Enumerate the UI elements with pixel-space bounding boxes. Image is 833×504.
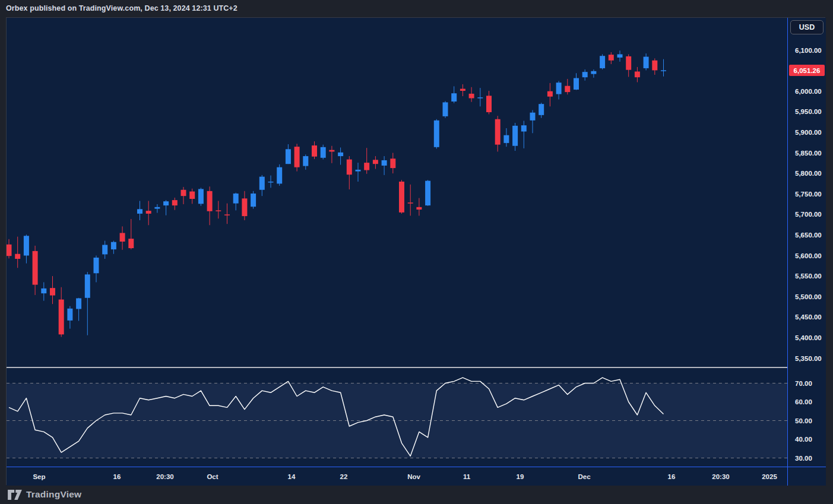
time-axis-label: 20:30 xyxy=(712,473,729,480)
candle-nov-12 xyxy=(469,87,474,102)
rsi-axis-label: 40.00 xyxy=(795,436,812,443)
candle-nov-4 xyxy=(416,198,422,216)
candle-sep-18 xyxy=(128,219,134,249)
candle-sep-9 xyxy=(67,306,72,329)
candle-sep-13 xyxy=(102,241,107,259)
candle-sep-27 xyxy=(189,189,195,204)
price-axis-label: 5,550.00 xyxy=(795,272,822,280)
current-price-badge: 6,051.26 xyxy=(789,65,825,76)
candle-oct-22 xyxy=(338,148,343,165)
candle-oct-24 xyxy=(356,163,361,182)
candle-dec-13 xyxy=(661,59,666,77)
time-axis-label: 19 xyxy=(517,473,524,480)
price-axis-label: 5,950.00 xyxy=(795,108,822,115)
price-axis[interactable]: USD 6,051.26 6,100.006,000.005,950.005,9… xyxy=(788,18,826,467)
candle-sep-16 xyxy=(111,241,116,254)
candle-sep-12 xyxy=(94,256,99,283)
candle-oct-8 xyxy=(251,191,256,209)
candle-oct-30 xyxy=(390,153,395,174)
candle-nov-14 xyxy=(486,91,492,114)
candle-nov-29 xyxy=(574,73,579,90)
currency-button[interactable]: USD xyxy=(790,20,824,34)
time-axis-label: 11 xyxy=(463,473,470,480)
candle-oct-3 xyxy=(224,204,230,224)
time-axis-label: 14 xyxy=(288,473,296,480)
candle-oct-16 xyxy=(303,154,308,170)
candle-oct-17 xyxy=(312,141,317,159)
candle-nov-22 xyxy=(539,103,544,118)
candle-nov-26 xyxy=(556,81,562,99)
candle-oct-4 xyxy=(233,193,239,211)
tradingview-logo-icon[interactable] xyxy=(8,490,22,500)
publish-text: Orbex published on TradingView.com, Dec … xyxy=(6,4,237,12)
time-axis-border-line xyxy=(7,467,826,467)
price-axis-label: 6,000.00 xyxy=(795,88,822,95)
price-axis-label: 5,700.00 xyxy=(795,211,822,218)
candle-nov-8 xyxy=(451,86,457,103)
time-axis-label: 22 xyxy=(340,473,348,480)
price-axis-label: 5,650.00 xyxy=(795,232,822,239)
candle-oct-21 xyxy=(329,146,334,163)
publish-banner: Orbex published on TradingView.com, Dec … xyxy=(0,0,833,17)
candle-oct-11 xyxy=(277,164,282,186)
price-axis-label: 5,600.00 xyxy=(795,252,822,259)
candle-oct-23 xyxy=(347,156,352,189)
candle-oct-9 xyxy=(259,175,265,196)
time-axis-label: 2025 xyxy=(762,473,777,480)
candle-nov-20 xyxy=(521,121,527,148)
candle-oct-18 xyxy=(321,145,326,160)
candle-aug-28 xyxy=(7,239,12,259)
rsi-axis-label: 60.00 xyxy=(795,398,812,405)
candle-dec-12 xyxy=(652,58,657,75)
candle-nov-1 xyxy=(408,185,413,216)
time-axis-label: Oct xyxy=(207,473,218,480)
price-axis-label: 5,400.00 xyxy=(795,334,822,341)
price-axis-label: 5,900.00 xyxy=(795,129,822,136)
time-axis-label: Dec xyxy=(578,473,590,480)
candle-nov-6 xyxy=(434,119,439,149)
candle-oct-31 xyxy=(399,180,404,214)
rsi-axis-label: 70.00 xyxy=(795,380,812,387)
candle-oct-7 xyxy=(242,191,247,220)
time-axis-label: 20:30 xyxy=(156,473,173,480)
candle-dec-9 xyxy=(626,54,631,77)
candle-oct-29 xyxy=(382,156,387,175)
candle-sep-11 xyxy=(85,272,90,335)
price-axis-label: 6,100.00 xyxy=(795,47,822,54)
candle-nov-13 xyxy=(477,88,483,106)
candle-oct-10 xyxy=(268,176,274,188)
candle-sep-19 xyxy=(137,201,142,220)
time-axis-label: Nov xyxy=(407,473,420,480)
candle-nov-7 xyxy=(443,101,448,118)
candle-nov-19 xyxy=(512,123,518,151)
time-axis[interactable]: Sep1620:30Oct1422Nov1119Dec1620:302025 xyxy=(7,467,826,486)
candle-sep-25 xyxy=(172,198,178,210)
price-axis-label: 5,500.00 xyxy=(795,293,822,300)
candle-sep-4 xyxy=(41,282,46,300)
pane-separator-handle[interactable] xyxy=(7,367,826,368)
candle-sep-10 xyxy=(76,298,81,321)
candle-nov-5 xyxy=(425,180,430,206)
candle-sep-6 xyxy=(59,287,64,337)
candle-dec-5 xyxy=(609,52,614,64)
candle-oct-1 xyxy=(207,186,213,225)
candle-sep-24 xyxy=(163,200,169,215)
candle-nov-11 xyxy=(460,84,465,96)
candle-dec-10 xyxy=(635,67,640,83)
candle-sep-20 xyxy=(146,201,151,225)
candle-nov-15 xyxy=(495,116,501,151)
candlestick-pane[interactable] xyxy=(7,18,787,367)
price-axis-label: 5,350.00 xyxy=(795,355,822,362)
candle-oct-25 xyxy=(364,148,369,174)
candle-dec-2 xyxy=(582,69,588,81)
candle-dec-11 xyxy=(644,53,649,70)
candle-aug-29 xyxy=(15,237,20,268)
candle-dec-4 xyxy=(600,54,605,69)
price-axis-label: 5,850.00 xyxy=(795,150,822,157)
time-axis-label: 16 xyxy=(668,473,676,480)
candle-nov-25 xyxy=(547,83,553,106)
candle-aug-30 xyxy=(24,234,29,263)
chart-widget: USD 6,051.26 6,100.006,000.005,950.005,9… xyxy=(6,17,825,485)
rsi-pane[interactable] xyxy=(7,368,787,467)
tradingview-wordmark[interactable]: TradingView xyxy=(26,489,81,500)
